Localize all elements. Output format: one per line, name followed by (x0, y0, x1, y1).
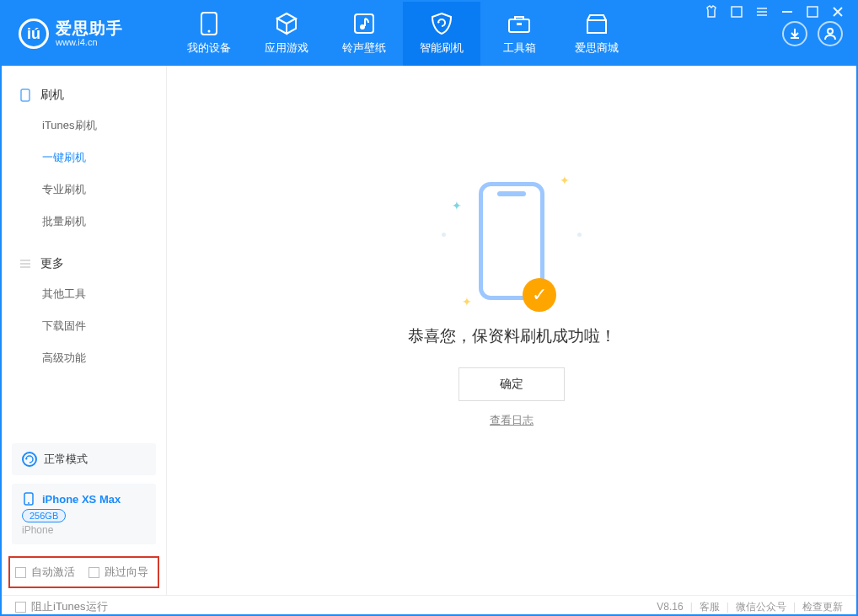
sidebar-item-batch-flash[interactable]: 批量刷机 (2, 206, 166, 238)
svg-rect-9 (21, 89, 29, 101)
check-update-link[interactable]: 检查更新 (802, 600, 843, 614)
device-info-box[interactable]: iPhone XS Max 256GB iPhone (12, 484, 156, 544)
app-logo-icon: iú (19, 19, 49, 49)
checkbox-skip-guide[interactable]: 跳过向导 (88, 565, 148, 580)
tab-label: 爱思商城 (575, 40, 619, 56)
tab-label: 智能刷机 (420, 40, 464, 56)
close-icon[interactable] (831, 5, 845, 19)
logo: iú 爱思助手 www.i4.cn (2, 2, 170, 66)
svg-point-1 (208, 30, 211, 33)
device-small-icon (22, 492, 35, 506)
app-name: 爱思助手 (56, 20, 123, 38)
tab-my-device[interactable]: 我的设备 (170, 2, 248, 66)
dot-icon (577, 233, 582, 237)
device-mode-box: 正常模式 (12, 443, 156, 475)
check-circle-icon: ✓ (523, 278, 556, 312)
svg-point-6 (828, 29, 833, 34)
device-capacity: 256GB (22, 509, 66, 522)
skin-icon[interactable] (730, 5, 743, 19)
user-button[interactable] (818, 21, 843, 46)
list-icon (19, 257, 32, 271)
version-label: V8.16 (657, 601, 683, 613)
store-icon (585, 12, 609, 35)
device-type: iPhone (22, 524, 146, 536)
checkbox-icon (15, 567, 26, 578)
tab-store[interactable]: 爱思商城 (558, 2, 635, 66)
support-link[interactable]: 客服 (700, 600, 720, 614)
sparkle-icon: ✦ (462, 295, 472, 308)
download-button[interactable] (782, 21, 807, 46)
sidebar-item-pro-flash[interactable]: 专业刷机 (2, 174, 166, 206)
checkbox-block-itunes[interactable]: 阻止iTunes运行 (15, 599, 108, 614)
sidebar-item-download-firmware[interactable]: 下载固件 (2, 310, 166, 342)
menu-icon[interactable] (755, 5, 769, 19)
device-mode[interactable]: 正常模式 (22, 452, 146, 467)
wechat-link[interactable]: 微信公众号 (736, 600, 786, 614)
sidebar-item-advanced[interactable]: 高级功能 (2, 342, 166, 374)
svg-point-11 (28, 502, 29, 504)
svg-rect-7 (732, 7, 742, 17)
device-name: iPhone XS Max (42, 493, 121, 506)
sidebar-section-flash: 刷机 (2, 81, 166, 110)
tab-ringtone-wallpaper[interactable]: 铃声壁纸 (325, 2, 403, 66)
checkbox-auto-activate[interactable]: 自动激活 (15, 565, 75, 580)
statusbar: 阻止iTunes运行 V8.16 | 客服 | 微信公众号 | 检查更新 (2, 595, 856, 616)
success-message: 恭喜您，保资料刷机成功啦！ (408, 325, 616, 347)
checkbox-icon (88, 567, 99, 578)
dot-icon (442, 233, 446, 237)
success-illustration: ✦ ✦ ✦ ✓ (479, 182, 544, 300)
main-content: ✦ ✦ ✦ ✓ 恭喜您，保资料刷机成功啦！ 确定 查看日志 (167, 66, 856, 595)
sidebar-item-oneclick-flash[interactable]: 一键刷机 (2, 142, 166, 174)
app-url: www.i4.cn (56, 37, 123, 47)
svg-rect-8 (807, 7, 818, 17)
music-note-icon (352, 12, 376, 35)
titlebar: iú 爱思助手 www.i4.cn 我的设备 应用游戏 铃声壁纸 (2, 2, 856, 66)
minimize-icon[interactable] (780, 5, 794, 19)
sidebar-item-other-tools[interactable]: 其他工具 (2, 278, 166, 310)
shield-refresh-icon (430, 12, 453, 35)
tab-apps-games[interactable]: 应用游戏 (248, 2, 325, 66)
toolbox-icon (507, 12, 531, 35)
maximize-icon[interactable] (806, 5, 819, 19)
window-controls (691, 5, 858, 19)
tab-label: 应用游戏 (265, 40, 308, 56)
svg-point-3 (360, 24, 365, 29)
tab-toolbox[interactable]: 工具箱 (480, 2, 558, 66)
sidebar: 刷机 iTunes刷机 一键刷机 专业刷机 批量刷机 更多 其他工具 下载固件 … (2, 66, 167, 595)
ok-button[interactable]: 确定 (458, 367, 565, 401)
device-icon (197, 12, 221, 35)
flash-options: 自动激活 跳过向导 (8, 556, 159, 588)
checkbox-icon (15, 602, 26, 613)
tab-label: 工具箱 (503, 40, 536, 56)
sidebar-item-itunes-flash[interactable]: iTunes刷机 (2, 110, 166, 142)
view-log-link[interactable]: 查看日志 (490, 413, 534, 428)
sparkle-icon: ✦ (560, 174, 570, 187)
tshirt-icon[interactable] (705, 5, 718, 19)
phone-icon (19, 88, 32, 102)
sparkle-icon: ✦ (452, 199, 462, 212)
refresh-icon (22, 452, 37, 467)
cube-icon (275, 12, 298, 35)
sidebar-section-more: 更多 (2, 249, 166, 278)
tab-label: 铃声壁纸 (342, 40, 386, 56)
tab-label: 我的设备 (187, 40, 231, 56)
svg-rect-5 (517, 23, 522, 25)
svg-rect-4 (509, 19, 529, 32)
tab-smart-flash[interactable]: 智能刷机 (403, 2, 480, 66)
